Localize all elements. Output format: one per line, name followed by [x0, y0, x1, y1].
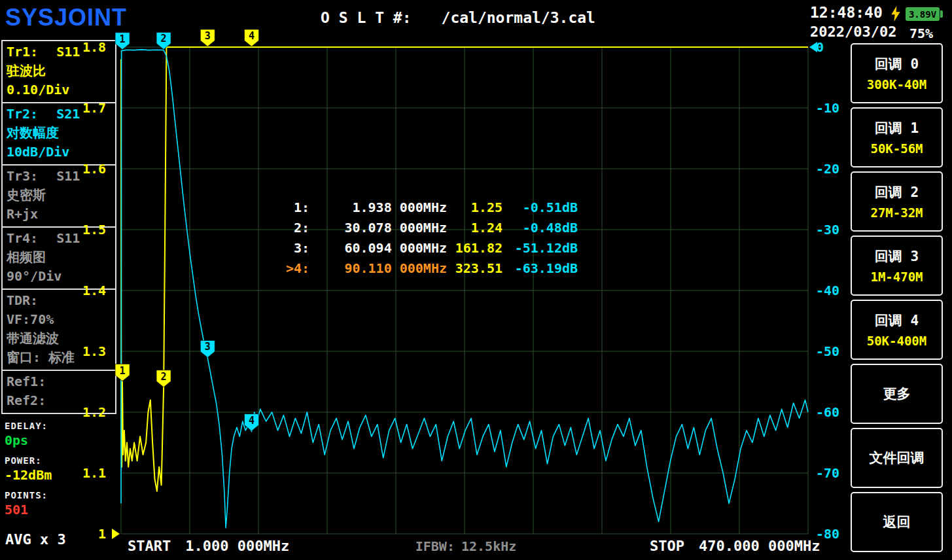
menu-button-6[interactable]: 文件回调 [851, 428, 943, 488]
y-right-tick: 0 [816, 39, 824, 55]
marker-id: 1: [278, 200, 309, 215]
vna-screen: SYSJOINT O S L T #: /cal/normal/3.cal 12… [0, 0, 952, 560]
y-left-tick: 1.4 [82, 283, 106, 298]
menu-button-1[interactable]: 回调 150K-56M [851, 107, 943, 167]
marker-db-value: -63.19dB [502, 260, 578, 276]
y-right-tick: -20 [816, 161, 839, 177]
menu-button-sublabel: 1M-470M [870, 270, 923, 284]
battery-indicator: 3.89V [906, 7, 940, 21]
ifbw-label: IFBW: [415, 538, 455, 554]
ifbw-indicator[interactable]: IFBW: 12.5kHz [415, 538, 517, 554]
y-right-tick: -40 [816, 283, 839, 298]
menu-button-3[interactable]: 回调 31M-470M [851, 236, 943, 296]
menu-button-label: 回调 4 [875, 311, 919, 330]
start-value: 1.000 000MHz [185, 538, 289, 554]
marker-readout-table: 1:1.938 000MHz1.25-0.51dB2:30.078 000MHz… [278, 197, 578, 278]
menu-button-label: 回调 2 [875, 183, 919, 201]
marker-id: 3: [278, 240, 309, 256]
svg-text:3: 3 [205, 30, 211, 42]
marker-flag-3-swr[interactable]: 3 [200, 29, 215, 46]
marker-flag-4-swr[interactable]: 4 [245, 29, 259, 46]
marker-flag-3-s21[interactable]: 3 [200, 340, 215, 357]
cal-path[interactable]: /cal/normal/3.cal [442, 9, 595, 26]
marker-db-value: -51.12dB [502, 240, 578, 256]
svg-text:4: 4 [249, 30, 255, 42]
marker-id: >4: [278, 260, 309, 276]
marker-freq: 90.110 000MHz [309, 260, 447, 276]
start-label: START [128, 538, 171, 554]
marker-freq: 30.078 000MHz [309, 220, 447, 236]
marker-flag-1-swr[interactable]: 1 [115, 364, 130, 381]
menu-button-5[interactable]: 更多 [851, 364, 943, 424]
marker-swr-value: 161.82 [447, 240, 502, 256]
menu-button-sublabel: 50K-56M [870, 141, 923, 156]
menu-button-label: 回调 3 [875, 247, 919, 266]
sweep-stop[interactable]: STOP 470.000 000MHz [650, 538, 820, 554]
cal-label: O S L T #: [321, 9, 411, 26]
stop-label: STOP [650, 538, 684, 554]
averaging-indicator: AVG x 3 [5, 531, 66, 548]
marker-id: 2: [278, 220, 309, 236]
marker-swr-value: 1.25 [447, 200, 502, 215]
trace-name: Tr3: [7, 168, 38, 184]
battery-voltage: 3.89V [909, 9, 936, 20]
menu-button-sublabel: 50K-400M [867, 334, 927, 348]
marker-db-value: -0.48dB [502, 220, 578, 236]
menu-button-0[interactable]: 回调 0300K-40M [851, 43, 943, 103]
y-left-tick: 1.8 [82, 39, 106, 55]
marker-freq: 1.938 000MHz [309, 200, 447, 215]
y-left-tick: 1.5 [82, 222, 106, 237]
menu-button-label: 返回 [883, 513, 911, 531]
y-right-tick: -70 [816, 465, 839, 481]
marker-row-2: 2:30.078 000MHz1.24-0.48dB [278, 217, 578, 237]
menu-button-2[interactable]: 回调 227M-32M [851, 171, 943, 232]
svg-text:2: 2 [161, 371, 167, 383]
marker-flag-2-swr[interactable]: 2 [156, 370, 171, 387]
y-right-tick: -50 [816, 343, 839, 359]
svg-text:3: 3 [205, 341, 211, 353]
marker-row-1: 1:1.938 000MHz1.25-0.51dB [278, 197, 578, 217]
menu-button-label: 文件回调 [870, 449, 925, 467]
trace-name: Tr2: [7, 106, 38, 122]
charging-icon [891, 6, 900, 22]
menu-button-7[interactable]: 返回 [851, 492, 943, 552]
y-right-tick: -60 [816, 404, 839, 420]
y-left-tick: 1 [98, 526, 106, 542]
stop-value: 470.000 000MHz [699, 538, 820, 554]
marker-row-4: >4:90.110 000MHz323.51-63.19dB [278, 258, 578, 278]
menu-button-sublabel: 300K-40M [867, 77, 927, 92]
svg-text:1: 1 [120, 33, 126, 45]
menu-button-sublabel: 27M-32M [870, 205, 923, 220]
trace-name: Tr1: [7, 44, 38, 60]
marker-row-3: 3:60.094 000MHz161.82-51.12dB [278, 237, 578, 258]
calibration-info: O S L T #: /cal/normal/3.cal [321, 9, 595, 26]
trace-name: Tr4: [7, 230, 38, 246]
menu-button-4[interactable]: 回调 450K-400M [851, 300, 943, 360]
marker-db-value: -0.51dB [502, 200, 578, 215]
menu-panel: 回调 0300K-40M回调 150K-56M回调 227M-32M回调 31M… [851, 43, 943, 556]
menu-button-label: 更多 [883, 385, 911, 403]
y-left-tick: 1.3 [82, 343, 106, 359]
ref-arrow-swr-icon [112, 529, 120, 539]
y-left-tick: 1.7 [82, 100, 106, 116]
menu-button-label: 回调 0 [875, 55, 919, 73]
svg-text:1: 1 [120, 365, 126, 377]
y-left-tick: 1.1 [82, 465, 106, 481]
chart-area[interactable]: 11223344 [111, 26, 818, 543]
battery-percent: 75% [909, 26, 933, 41]
y-left-tick: 1.2 [82, 404, 106, 420]
marker-swr-value: 323.51 [447, 260, 502, 276]
svg-text:4: 4 [249, 415, 255, 427]
ifbw-value: 12.5kHz [461, 538, 516, 554]
y-right-tick: -10 [816, 100, 839, 116]
sweep-start[interactable]: START 1.000 000MHz [128, 538, 289, 554]
y-axis-left-ticks: 1.81.71.61.51.41.31.21.11 [65, 0, 106, 560]
menu-button-label: 回调 1 [875, 119, 919, 137]
svg-text:2: 2 [161, 33, 167, 44]
marker-swr-value: 1.24 [447, 220, 502, 236]
y-right-tick: -30 [816, 222, 839, 237]
marker-freq: 60.094 000MHz [309, 240, 447, 256]
y-left-tick: 1.6 [82, 161, 106, 177]
